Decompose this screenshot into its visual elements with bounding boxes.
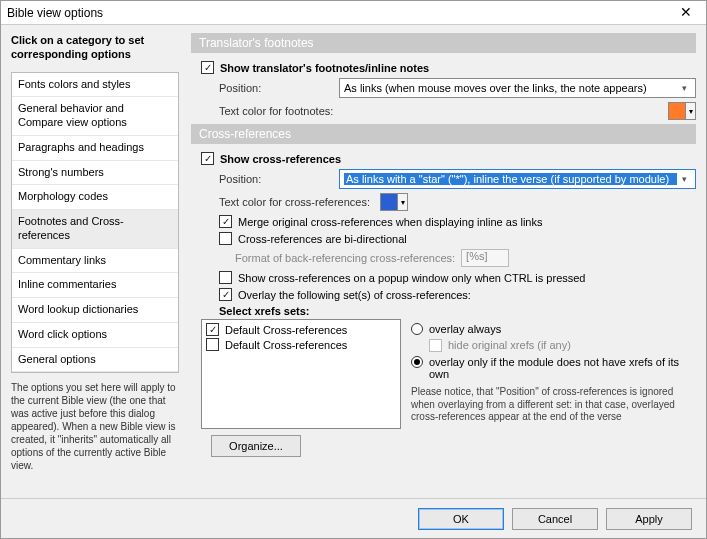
dialog-footer: OK Cancel Apply	[1, 498, 706, 538]
chevron-down-icon: ▾	[677, 83, 691, 93]
xref-set-label: Default Cross-references	[225, 324, 347, 336]
window-title: Bible view options	[7, 6, 670, 20]
bidi-xrefs-label: Cross-references are bi-directional	[238, 233, 407, 245]
footnote-position-label: Position:	[219, 82, 339, 94]
organize-button[interactable]: Organize...	[211, 435, 301, 457]
category-word-lookup[interactable]: Word lookup dictionaries	[12, 298, 178, 323]
popup-ctrl-checkbox[interactable]	[219, 271, 232, 284]
overlay-always-option[interactable]: overlay always	[411, 323, 696, 335]
footnote-color-label: Text color for footnotes:	[219, 105, 333, 117]
show-xrefs-option[interactable]: Show cross-references	[201, 152, 696, 165]
category-general-behavior[interactable]: General behavior and Compare view option…	[12, 97, 178, 136]
hide-original-label: hide original xrefs (if any)	[448, 339, 571, 351]
overlay-sets-option[interactable]: Overlay the following set(s) of cross-re…	[219, 288, 696, 301]
ok-button[interactable]: OK	[418, 508, 504, 530]
category-paragraphs[interactable]: Paragraphs and headings	[12, 136, 178, 161]
xref-color-picker[interactable]: ▾	[380, 193, 408, 211]
overlay-only-radio[interactable]	[411, 356, 423, 368]
xref-color-row: Text color for cross-references: ▾	[219, 193, 696, 211]
backref-format-label: Format of back-referencing cross-referen…	[235, 252, 455, 264]
xref-color-label: Text color for cross-references:	[219, 196, 370, 208]
category-inline-commentaries[interactable]: Inline commentaries	[12, 273, 178, 298]
overlay-only-option[interactable]: overlay only if the module does not have…	[411, 356, 696, 380]
options-panel: Translator's footnotes Show translator's…	[185, 25, 706, 498]
category-sidebar: Click on a category to set corresponding…	[1, 25, 185, 498]
popup-ctrl-label: Show cross-references on a popup window …	[238, 272, 586, 284]
show-footnotes-label: Show translator's footnotes/inline notes	[220, 62, 429, 74]
merge-xrefs-option[interactable]: Merge original cross-references when dis…	[219, 215, 696, 228]
overlay-always-radio[interactable]	[411, 323, 423, 335]
overlay-sets-label: Overlay the following set(s) of cross-re…	[238, 289, 471, 301]
sidebar-note: The options you set here will apply to t…	[11, 381, 179, 472]
xrefs-group-header: Cross-references	[191, 124, 696, 144]
overlay-always-label: overlay always	[429, 323, 501, 335]
backref-format-input[interactable]: [%s]	[461, 249, 509, 267]
xref-sets-row: Default Cross-references Default Cross-r…	[201, 319, 696, 457]
titlebar: Bible view options ✕	[1, 1, 706, 25]
color-swatch	[381, 194, 397, 210]
category-general-options[interactable]: General options	[12, 348, 178, 373]
footnote-color-row: Text color for footnotes: ▾	[219, 102, 696, 120]
sidebar-heading: Click on a category to set corresponding…	[11, 33, 179, 62]
xref-sets-heading: Select xrefs sets:	[219, 305, 696, 317]
show-footnotes-checkbox[interactable]	[201, 61, 214, 74]
close-icon[interactable]: ✕	[670, 3, 702, 23]
category-word-click[interactable]: Word click options	[12, 323, 178, 348]
category-list: Fonts colors and styles General behavior…	[11, 72, 179, 374]
merge-xrefs-label: Merge original cross-references when dis…	[238, 216, 542, 228]
overlay-mode-column: overlay always hide original xrefs (if a…	[411, 319, 696, 424]
category-fonts[interactable]: Fonts colors and styles	[12, 73, 178, 98]
category-footnotes-xrefs[interactable]: Footnotes and Cross-references	[12, 210, 178, 249]
footnote-color-picker[interactable]: ▾	[668, 102, 696, 120]
category-strongs[interactable]: Strong's numbers	[12, 161, 178, 186]
footnotes-group-header: Translator's footnotes	[191, 33, 696, 53]
cancel-button[interactable]: Cancel	[512, 508, 598, 530]
backref-format-row: Format of back-referencing cross-referen…	[235, 249, 696, 267]
footnote-position-select[interactable]: As links (when mouse moves over the link…	[339, 78, 696, 98]
chevron-down-icon: ▾	[685, 103, 695, 119]
chevron-down-icon: ▾	[397, 194, 407, 210]
apply-button[interactable]: Apply	[606, 508, 692, 530]
xref-sets-listbox[interactable]: Default Cross-references Default Cross-r…	[201, 319, 401, 429]
category-commentary-links[interactable]: Commentary links	[12, 249, 178, 274]
show-footnotes-option[interactable]: Show translator's footnotes/inline notes	[201, 61, 696, 74]
xref-position-value: As links with a "star" ("*"), inline the…	[344, 173, 677, 185]
overlay-only-label: overlay only if the module does not have…	[429, 356, 696, 380]
merge-xrefs-checkbox[interactable]	[219, 215, 232, 228]
dialog-content: Click on a category to set corresponding…	[1, 25, 706, 498]
show-xrefs-label: Show cross-references	[220, 153, 341, 165]
bidi-xrefs-option[interactable]: Cross-references are bi-directional	[219, 232, 696, 245]
popup-ctrl-option[interactable]: Show cross-references on a popup window …	[219, 271, 696, 284]
xref-position-row: Position: As links with a "star" ("*"), …	[219, 169, 696, 189]
bible-view-options-dialog: Bible view options ✕ Click on a category…	[0, 0, 707, 539]
footnote-position-row: Position: As links (when mouse moves ove…	[219, 78, 696, 98]
xref-position-select[interactable]: As links with a "star" ("*"), inline the…	[339, 169, 696, 189]
footnote-position-value: As links (when mouse moves over the link…	[344, 82, 677, 94]
xref-set-checkbox[interactable]	[206, 338, 219, 351]
bidi-xrefs-checkbox[interactable]	[219, 232, 232, 245]
overlay-note: Please notice, that "Position" of cross-…	[411, 386, 696, 424]
category-morphology[interactable]: Morphology codes	[12, 185, 178, 210]
overlay-sets-checkbox[interactable]	[219, 288, 232, 301]
hide-original-option[interactable]: hide original xrefs (if any)	[429, 339, 696, 352]
xref-position-label: Position:	[219, 173, 339, 185]
xref-set-label: Default Cross-references	[225, 339, 347, 351]
xref-set-item[interactable]: Default Cross-references	[206, 338, 396, 351]
hide-original-checkbox[interactable]	[429, 339, 442, 352]
xref-set-item[interactable]: Default Cross-references	[206, 323, 396, 336]
color-swatch	[669, 103, 685, 119]
chevron-down-icon: ▾	[677, 174, 691, 184]
show-xrefs-checkbox[interactable]	[201, 152, 214, 165]
xref-set-checkbox[interactable]	[206, 323, 219, 336]
